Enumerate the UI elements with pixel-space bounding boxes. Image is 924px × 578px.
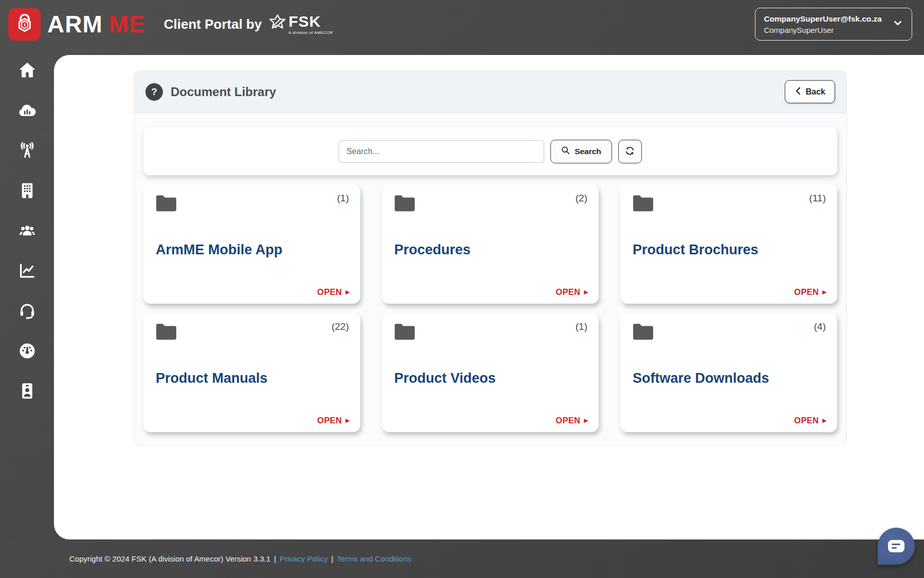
fsk-logo: FSK A division of AMECOR xyxy=(268,13,333,35)
open-link[interactable]: OPEN ▶ xyxy=(317,416,350,425)
open-label: OPEN xyxy=(317,287,342,297)
cloud-analytics-icon xyxy=(17,101,37,122)
top-bar: ARM ME Client Portal by FSK A division o… xyxy=(0,0,924,48)
open-link[interactable]: OPEN ▶ xyxy=(794,287,827,297)
folder-count: (1) xyxy=(576,321,587,332)
help-icon[interactable]: ? xyxy=(145,83,163,101)
footer-separator: | xyxy=(331,554,334,563)
chevron-down-icon xyxy=(892,17,903,31)
portal-title: Client Portal by xyxy=(164,16,262,32)
sidebar-item-support[interactable] xyxy=(12,297,42,327)
users-group-icon xyxy=(17,221,37,243)
fsk-star-icon xyxy=(268,13,287,35)
fsk-text: FSK A division of AMECOR xyxy=(288,14,333,35)
sidebar-item-cloud-analytics[interactable] xyxy=(12,97,42,126)
caret-right-icon: ▶ xyxy=(584,289,588,295)
chat-bubble-icon xyxy=(888,540,904,552)
folder-icon xyxy=(632,194,655,215)
lock-hex-icon xyxy=(13,11,36,37)
folder-count: (2) xyxy=(576,193,587,204)
main-content: ? Document Library Back Search xyxy=(54,55,924,539)
search-button-label: Search xyxy=(575,147,601,156)
caret-right-icon: ▶ xyxy=(584,418,588,423)
folder-card-product-manuals[interactable]: (22) Product Manuals OPEN ▶ xyxy=(143,313,360,432)
search-button[interactable]: Search xyxy=(550,140,612,163)
sidebar-item-contacts[interactable] xyxy=(12,377,42,407)
sidebar-item-home[interactable] xyxy=(12,57,42,86)
open-label: OPEN xyxy=(556,287,580,297)
gauge-icon xyxy=(17,341,37,363)
user-menu-dropdown[interactable]: CompanySuperUser@fsk.co.za CompanySuperU… xyxy=(755,8,912,41)
caret-right-icon: ▶ xyxy=(822,418,827,423)
client-portal-page: { "header": { "brand_arm": "ARM", "brand… xyxy=(0,0,924,578)
panel-body: Search xyxy=(134,113,846,432)
folder-title: Procedures xyxy=(394,242,471,258)
open-label: OPEN xyxy=(317,416,342,425)
live-chat-button[interactable] xyxy=(878,528,915,565)
sidebar-item-reports[interactable] xyxy=(12,257,42,287)
broadcast-tower-icon xyxy=(17,141,37,162)
fsk-tagline: A division of AMECOR xyxy=(288,30,333,35)
folder-title: Product Brochures xyxy=(633,242,759,258)
fsk-name: FSK xyxy=(288,14,321,29)
sidebar-item-dashboard[interactable] xyxy=(12,337,42,367)
open-link[interactable]: OPEN ▶ xyxy=(556,287,588,297)
search-icon xyxy=(561,146,570,157)
folder-grid: (1) ArmME Mobile App OPEN ▶ (2) Procedur… xyxy=(143,184,837,432)
folder-count: (11) xyxy=(809,193,826,204)
folder-title: Product Manuals xyxy=(156,370,268,386)
sidebar-item-broadcast-tower[interactable] xyxy=(12,137,42,166)
folder-count: (4) xyxy=(814,321,826,332)
open-link[interactable]: OPEN ▶ xyxy=(556,416,588,425)
refresh-button[interactable] xyxy=(618,140,642,163)
brand-wordmark: ARM ME xyxy=(47,10,145,38)
open-label: OPEN xyxy=(556,416,580,425)
id-badge-icon xyxy=(17,381,37,403)
folder-card-product-brochures[interactable]: (11) Product Brochures OPEN ▶ xyxy=(620,184,837,304)
building-icon xyxy=(17,181,37,202)
chart-line-icon xyxy=(17,261,37,283)
caret-right-icon: ▶ xyxy=(345,418,350,423)
refresh-icon xyxy=(625,146,635,157)
panel-header: ? Document Library Back xyxy=(134,71,846,113)
user-menu-text: CompanySuperUser@fsk.co.za CompanySuperU… xyxy=(764,13,882,35)
footer: Copyright © 2024 FSK (A division of Amec… xyxy=(0,539,924,578)
search-input[interactable] xyxy=(339,140,544,163)
armme-logo[interactable] xyxy=(8,8,41,41)
folder-icon xyxy=(155,194,178,215)
document-library-panel: ? Document Library Back Search xyxy=(134,70,847,446)
terms-link[interactable]: Terms and Conditions xyxy=(337,554,411,563)
open-link[interactable]: OPEN ▶ xyxy=(317,287,350,297)
headset-icon xyxy=(17,301,37,323)
caret-right-icon: ▶ xyxy=(822,289,827,295)
footer-separator: | xyxy=(274,554,276,563)
folder-title: Software Downloads xyxy=(633,370,769,386)
folder-card-armme-mobile-app[interactable]: (1) ArmME Mobile App OPEN ▶ xyxy=(143,184,360,304)
open-label: OPEN xyxy=(794,287,819,297)
folder-card-procedures[interactable]: (2) Procedures OPEN ▶ xyxy=(382,184,599,304)
privacy-policy-link[interactable]: Privacy Policy xyxy=(280,554,327,563)
sidebar-item-building[interactable] xyxy=(12,177,42,207)
page-title: Document Library xyxy=(171,85,276,99)
back-button[interactable]: Back xyxy=(785,80,835,103)
user-email: CompanySuperUser@fsk.co.za xyxy=(764,13,882,25)
folder-count: (22) xyxy=(331,321,349,332)
folder-title: ArmME Mobile App xyxy=(156,242,283,258)
open-label: OPEN xyxy=(794,416,819,425)
search-bar-card: Search xyxy=(143,127,837,175)
brand-me: ME xyxy=(109,10,145,38)
folder-card-software-downloads[interactable]: (4) Software Downloads OPEN ▶ xyxy=(620,313,837,432)
chevron-left-icon xyxy=(794,87,801,97)
back-label: Back xyxy=(806,87,825,97)
folder-icon xyxy=(632,322,655,344)
caret-right-icon: ▶ xyxy=(345,289,350,295)
sidebar-item-users[interactable] xyxy=(12,217,42,247)
open-link[interactable]: OPEN ▶ xyxy=(794,416,827,425)
folder-card-product-videos[interactable]: (1) Product Videos OPEN ▶ xyxy=(382,313,599,432)
folder-count: (1) xyxy=(337,193,349,204)
folder-icon xyxy=(155,322,178,344)
copyright-text: Copyright © 2024 FSK (A division of Amec… xyxy=(69,554,270,563)
user-name: CompanySuperUser xyxy=(764,25,882,35)
sidebar-nav xyxy=(0,48,54,578)
brand-arm: ARM xyxy=(47,10,103,38)
